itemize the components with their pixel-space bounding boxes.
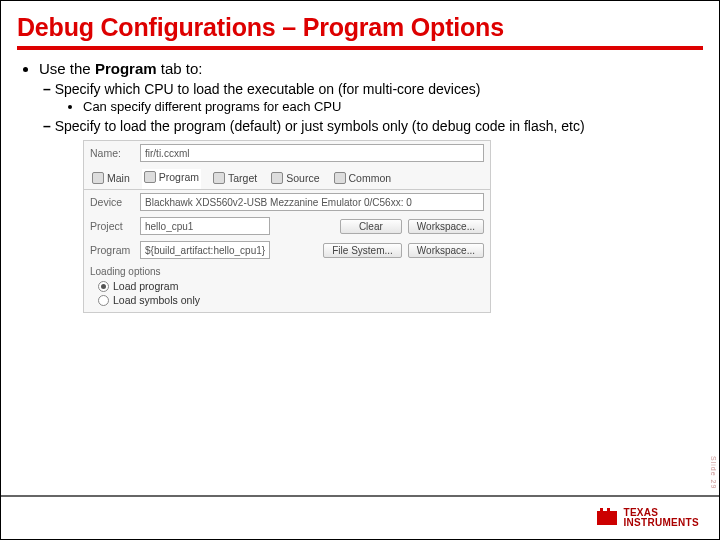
radio-icon <box>98 281 109 292</box>
clear-button[interactable]: Clear <box>340 219 402 234</box>
slide-title: Debug Configurations – Program Options <box>17 13 703 50</box>
program-field-label: Program <box>90 244 134 256</box>
bullet-main-strong: Program <box>95 60 157 77</box>
target-icon <box>213 172 225 184</box>
sub2-bullet-programs: Can specify different programs for each … <box>83 99 703 114</box>
tab-main[interactable]: Main <box>90 169 132 189</box>
tab-source-label: Source <box>286 172 319 184</box>
tab-target-label: Target <box>228 172 257 184</box>
program-workspace-button[interactable]: Workspace... <box>408 243 484 258</box>
radio-load-symbols[interactable]: Load symbols only <box>84 293 490 312</box>
main-icon <box>92 172 104 184</box>
project-field[interactable]: hello_cpu1 <box>140 217 270 235</box>
tab-common[interactable]: Common <box>332 169 394 189</box>
project-workspace-button[interactable]: Workspace... <box>408 219 484 234</box>
name-label: Name: <box>90 147 134 159</box>
common-icon <box>334 172 346 184</box>
device-label: Device <box>90 196 134 208</box>
tab-target[interactable]: Target <box>211 169 259 189</box>
program-icon <box>144 171 156 183</box>
sub-bullet-cpu: Specify which CPU to load the executable… <box>57 81 703 114</box>
program-field[interactable]: ${build_artifact:hello_cpu1} <box>140 241 270 259</box>
logo-line2: INSTRUMENTS <box>623 518 699 529</box>
footer-bar: TEXAS INSTRUMENTS <box>1 495 719 539</box>
device-field[interactable]: Blackhawk XDS560v2-USB Mezzanine Emulato… <box>140 193 484 211</box>
loading-options-header: Loading options <box>84 262 490 279</box>
bullet-main-post: tab to: <box>157 60 203 77</box>
tab-program-label: Program <box>159 171 199 183</box>
tab-main-label: Main <box>107 172 130 184</box>
name-field[interactable]: fir/ti.ccxml <box>140 144 484 162</box>
tab-source[interactable]: Source <box>269 169 321 189</box>
project-label: Project <box>90 220 134 232</box>
filesystem-button[interactable]: File System... <box>323 243 402 258</box>
chip-icon <box>597 511 617 525</box>
tab-common-label: Common <box>349 172 392 184</box>
config-panel: Name: fir/ti.ccxml Main Program Target S… <box>83 140 491 313</box>
radio-load-program-label: Load program <box>113 280 178 292</box>
source-icon <box>271 172 283 184</box>
radio-load-symbols-label: Load symbols only <box>113 294 200 306</box>
sub-bullet-cpu-text: Specify which CPU to load the executable… <box>55 81 481 97</box>
radio-load-program[interactable]: Load program <box>84 279 490 293</box>
sub-bullet-symbols: Specify to load the program (default) or… <box>57 118 703 134</box>
bullet-list: Use the Program tab to: Specify which CP… <box>17 60 703 134</box>
tab-bar: Main Program Target Source Common <box>84 165 490 190</box>
side-tag: Slide 29 <box>710 456 717 489</box>
ti-logo: TEXAS INSTRUMENTS <box>597 508 699 529</box>
tab-program[interactable]: Program <box>142 169 201 189</box>
bullet-main: Use the Program tab to: Specify which CP… <box>39 60 703 134</box>
radio-icon <box>98 295 109 306</box>
bullet-main-pre: Use the <box>39 60 95 77</box>
